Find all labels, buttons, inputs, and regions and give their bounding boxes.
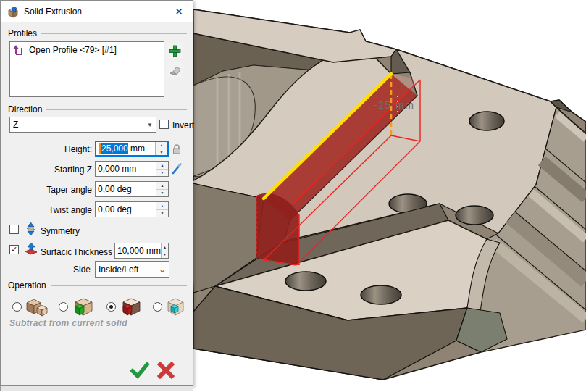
direction-value: Z <box>13 120 18 130</box>
spin-up-icon: ▲ <box>156 162 168 170</box>
profile-item-label: Open Profile <79> [#1] <box>29 45 117 55</box>
direction-group-label: Direction <box>8 104 187 114</box>
surfacic-label: Surfacic <box>41 247 72 257</box>
profiles-listbox[interactable]: Open Profile <79> [#1] <box>9 41 164 97</box>
chevron-down-icon: ⌄ <box>155 264 166 275</box>
thickness-input[interactable]: 10,000 mm ▲ ▼ <box>114 243 169 259</box>
symmetry-checkbox[interactable] <box>9 225 19 234</box>
symmetry-label: Symmetry <box>41 226 80 236</box>
operation-radio-union[interactable] <box>59 302 68 312</box>
thickness-spinner[interactable]: ▲ ▼ <box>161 243 168 258</box>
combo-arrow-icon: ▼ <box>143 119 153 130</box>
spin-down-icon: ▼ <box>156 149 167 156</box>
taper-angle-input[interactable]: 0,00 deg ▲ ▼ <box>95 181 169 197</box>
spin-down-icon: ▼ <box>156 190 168 197</box>
height-input[interactable]: -25,000 mm ▲ ▼ <box>95 141 169 157</box>
operation-radio-subtract[interactable] <box>106 302 116 312</box>
surfacic-checkbox[interactable] <box>9 245 19 254</box>
surfacic-icon <box>25 242 38 255</box>
close-icon[interactable]: ✕ <box>171 4 187 20</box>
model <box>190 9 586 380</box>
profile-list-item[interactable]: Open Profile <79> [#1] <box>10 42 164 58</box>
direction-combobox[interactable]: Z ▼ <box>9 117 156 133</box>
side-value: Inside/Left <box>99 264 138 275</box>
operation-intersect-icon[interactable] <box>165 296 187 317</box>
operation-radio-intersect[interactable] <box>153 302 162 312</box>
bore-hole <box>456 206 493 225</box>
spin-up-icon: ▲ <box>156 142 167 149</box>
dialog-title: Solid Extrusion <box>24 7 82 17</box>
thickness-label: Thickness <box>73 247 112 257</box>
dimension-label: -25 mm <box>374 99 414 111</box>
operation-new-solid-icon[interactable] <box>25 296 49 317</box>
taper-spinner[interactable]: ▲ ▼ <box>156 182 168 196</box>
spin-down-icon: ▼ <box>162 251 168 259</box>
spin-down-icon: ▼ <box>156 170 168 177</box>
operation-union-icon[interactable] <box>71 296 96 317</box>
invert-checkbox[interactable] <box>159 120 169 129</box>
operation-caption: Subtract from current solid <box>9 318 127 328</box>
side-combobox[interactable]: Inside/Left ⌄ <box>95 261 169 278</box>
side-label: Side <box>73 264 92 275</box>
symmetry-icon <box>25 222 37 235</box>
twist-angle-label: Twist angle <box>7 205 92 215</box>
spin-up-icon: ▲ <box>156 182 168 190</box>
dialog-resize-border[interactable] <box>0 386 193 391</box>
operation-group-label: Operation <box>8 280 187 291</box>
spin-down-icon: ▼ <box>156 210 168 217</box>
remove-profile-button[interactable] <box>167 62 183 78</box>
starting-z-spinner[interactable]: ▲ ▼ <box>156 162 168 176</box>
spin-up-icon: ▲ <box>162 243 168 251</box>
app-window: -25 mm Solid Extrusion ✕ Profiles <box>0 0 586 392</box>
solid-extrusion-dialog: Solid Extrusion ✕ Profiles Open Profile … <box>0 0 193 386</box>
starting-z-input[interactable]: 0,000 mm ▲ ▼ <box>95 161 169 177</box>
bore-hole <box>469 112 504 130</box>
dialog-titlebar[interactable]: Solid Extrusion ✕ <box>1 1 193 22</box>
plus-icon <box>169 45 181 57</box>
bore-hole <box>361 285 401 304</box>
ok-button[interactable] <box>130 360 150 380</box>
invert-label: Invert <box>172 120 194 130</box>
operation-subtract-icon[interactable] <box>119 296 143 317</box>
add-profile-button[interactable] <box>167 43 183 59</box>
height-spinner[interactable]: ▲ ▼ <box>155 142 167 155</box>
eraser-icon <box>169 65 181 75</box>
twist-spinner[interactable]: ▲ ▼ <box>156 202 168 217</box>
operation-radio-new-solid[interactable] <box>12 302 22 312</box>
pick-height-icon[interactable] <box>172 163 182 175</box>
starting-z-label: Starting Z <box>7 164 92 175</box>
lock-icon[interactable] <box>172 143 182 155</box>
solid-extrusion-icon <box>7 6 19 18</box>
spin-up-icon: ▲ <box>156 202 168 210</box>
bore-hole <box>285 272 326 291</box>
profiles-group-label: Profiles <box>8 28 187 38</box>
open-profile-icon <box>13 44 25 56</box>
taper-angle-label: Taper angle <box>7 185 92 195</box>
twist-angle-input[interactable]: 0,00 deg ▲ ▼ <box>95 201 169 217</box>
height-label: Height: <box>7 144 92 154</box>
cancel-button[interactable] <box>156 360 176 380</box>
